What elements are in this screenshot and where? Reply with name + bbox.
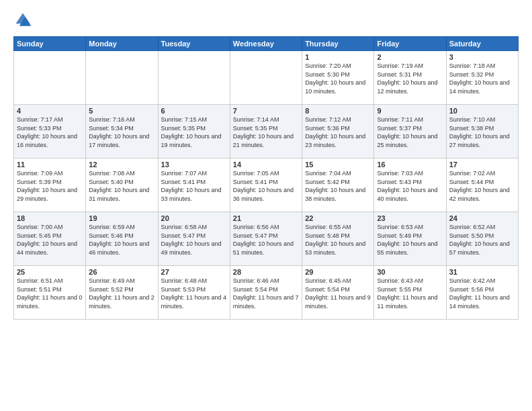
calendar-empty-cell <box>14 51 86 105</box>
day-number: 30 <box>377 268 443 276</box>
day-number: 26 <box>89 268 154 276</box>
calendar-day-25: 25Sunrise: 6:51 AM Sunset: 5:51 PM Dayli… <box>14 266 86 320</box>
day-number: 19 <box>89 214 154 222</box>
calendar-empty-cell <box>86 51 158 105</box>
day-number: 3 <box>449 53 515 61</box>
weekday-header-row: SundayMondayTuesdayWednesdayThursdayFrid… <box>14 37 519 51</box>
calendar-day-22: 22Sunrise: 6:55 AM Sunset: 5:48 PM Dayli… <box>302 212 374 266</box>
calendar-day-15: 15Sunrise: 7:04 AM Sunset: 5:42 PM Dayli… <box>302 158 374 212</box>
day-number: 20 <box>161 214 227 222</box>
calendar-week-row: 4Sunrise: 7:17 AM Sunset: 5:33 PM Daylig… <box>14 105 519 158</box>
day-number: 28 <box>233 268 299 276</box>
day-info: Sunrise: 6:48 AM Sunset: 5:53 PM Dayligh… <box>161 277 227 310</box>
day-info: Sunrise: 6:43 AM Sunset: 5:55 PM Dayligh… <box>377 277 443 310</box>
day-number: 12 <box>89 161 154 169</box>
calendar-day-31: 31Sunrise: 6:42 AM Sunset: 5:56 PM Dayli… <box>446 266 518 320</box>
day-info: Sunrise: 7:19 AM Sunset: 5:31 PM Dayligh… <box>377 62 443 95</box>
day-number: 2 <box>377 53 443 61</box>
day-info: Sunrise: 7:05 AM Sunset: 5:41 PM Dayligh… <box>233 169 299 203</box>
calendar-empty-cell <box>158 51 230 105</box>
calendar-week-row: 1Sunrise: 7:20 AM Sunset: 5:30 PM Daylig… <box>14 51 519 105</box>
day-info: Sunrise: 6:51 AM Sunset: 5:51 PM Dayligh… <box>17 277 83 310</box>
calendar-day-29: 29Sunrise: 6:45 AM Sunset: 5:54 PM Dayli… <box>302 266 374 320</box>
weekday-header-saturday: Saturday <box>446 37 518 51</box>
day-number: 16 <box>377 161 443 169</box>
calendar-day-27: 27Sunrise: 6:48 AM Sunset: 5:53 PM Dayli… <box>158 266 230 320</box>
day-info: Sunrise: 7:17 AM Sunset: 5:33 PM Dayligh… <box>17 116 83 149</box>
page-header <box>13 11 519 30</box>
day-number: 7 <box>233 107 299 115</box>
day-info: Sunrise: 7:10 AM Sunset: 5:38 PM Dayligh… <box>449 116 515 149</box>
day-info: Sunrise: 6:59 AM Sunset: 5:46 PM Dayligh… <box>89 223 154 257</box>
day-info: Sunrise: 7:15 AM Sunset: 5:35 PM Dayligh… <box>161 116 227 149</box>
day-number: 21 <box>233 214 299 222</box>
calendar-day-5: 5Sunrise: 7:16 AM Sunset: 5:34 PM Daylig… <box>86 105 158 158</box>
day-number: 29 <box>305 268 371 276</box>
day-info: Sunrise: 7:04 AM Sunset: 5:42 PM Dayligh… <box>305 169 371 203</box>
weekday-header-sunday: Sunday <box>14 37 86 51</box>
calendar-table: SundayMondayTuesdayWednesdayThursdayFrid… <box>13 36 519 320</box>
day-info: Sunrise: 7:18 AM Sunset: 5:32 PM Dayligh… <box>449 62 515 95</box>
calendar-day-14: 14Sunrise: 7:05 AM Sunset: 5:41 PM Dayli… <box>230 158 302 212</box>
logo-icon <box>13 11 32 30</box>
day-number: 8 <box>305 107 371 115</box>
calendar-day-28: 28Sunrise: 6:46 AM Sunset: 5:54 PM Dayli… <box>230 266 302 320</box>
calendar-week-row: 18Sunrise: 7:00 AM Sunset: 5:45 PM Dayli… <box>14 212 519 266</box>
day-info: Sunrise: 7:16 AM Sunset: 5:34 PM Dayligh… <box>89 116 154 149</box>
logo <box>13 11 35 30</box>
day-number: 4 <box>17 107 83 115</box>
day-number: 11 <box>17 161 83 169</box>
calendar-day-9: 9Sunrise: 7:11 AM Sunset: 5:37 PM Daylig… <box>374 105 446 158</box>
day-info: Sunrise: 7:03 AM Sunset: 5:43 PM Dayligh… <box>377 169 443 203</box>
day-info: Sunrise: 7:20 AM Sunset: 5:30 PM Dayligh… <box>305 62 371 95</box>
day-info: Sunrise: 7:12 AM Sunset: 5:36 PM Dayligh… <box>305 116 371 149</box>
day-info: Sunrise: 7:00 AM Sunset: 5:45 PM Dayligh… <box>17 223 83 257</box>
day-number: 13 <box>161 161 227 169</box>
calendar-day-8: 8Sunrise: 7:12 AM Sunset: 5:36 PM Daylig… <box>302 105 374 158</box>
calendar-day-10: 10Sunrise: 7:10 AM Sunset: 5:38 PM Dayli… <box>446 105 518 158</box>
day-number: 17 <box>449 161 515 169</box>
day-number: 31 <box>449 268 515 276</box>
day-info: Sunrise: 7:09 AM Sunset: 5:39 PM Dayligh… <box>17 169 83 203</box>
day-info: Sunrise: 6:55 AM Sunset: 5:48 PM Dayligh… <box>305 223 371 257</box>
calendar-day-12: 12Sunrise: 7:08 AM Sunset: 5:40 PM Dayli… <box>86 158 158 212</box>
day-number: 22 <box>305 214 371 222</box>
calendar-day-18: 18Sunrise: 7:00 AM Sunset: 5:45 PM Dayli… <box>14 212 86 266</box>
day-info: Sunrise: 7:08 AM Sunset: 5:40 PM Dayligh… <box>89 169 154 203</box>
calendar-day-17: 17Sunrise: 7:02 AM Sunset: 5:44 PM Dayli… <box>446 158 518 212</box>
calendar-day-30: 30Sunrise: 6:43 AM Sunset: 5:55 PM Dayli… <box>374 266 446 320</box>
page-container: SundayMondayTuesdayWednesdayThursdayFrid… <box>0 0 532 326</box>
day-number: 9 <box>377 107 443 115</box>
calendar-day-16: 16Sunrise: 7:03 AM Sunset: 5:43 PM Dayli… <box>374 158 446 212</box>
weekday-header-friday: Friday <box>374 37 446 51</box>
day-info: Sunrise: 6:49 AM Sunset: 5:52 PM Dayligh… <box>89 277 154 310</box>
day-info: Sunrise: 7:11 AM Sunset: 5:37 PM Dayligh… <box>377 116 443 149</box>
day-number: 18 <box>17 214 83 222</box>
calendar-day-24: 24Sunrise: 6:52 AM Sunset: 5:50 PM Dayli… <box>446 212 518 266</box>
day-number: 5 <box>89 107 154 115</box>
day-info: Sunrise: 6:45 AM Sunset: 5:54 PM Dayligh… <box>305 277 371 310</box>
calendar-empty-cell <box>230 51 302 105</box>
calendar-day-26: 26Sunrise: 6:49 AM Sunset: 5:52 PM Dayli… <box>86 266 158 320</box>
day-number: 25 <box>17 268 83 276</box>
weekday-header-thursday: Thursday <box>302 37 374 51</box>
day-number: 24 <box>449 214 515 222</box>
day-info: Sunrise: 6:52 AM Sunset: 5:50 PM Dayligh… <box>449 223 515 257</box>
day-number: 6 <box>161 107 227 115</box>
day-info: Sunrise: 6:53 AM Sunset: 5:49 PM Dayligh… <box>377 223 443 257</box>
day-info: Sunrise: 6:56 AM Sunset: 5:47 PM Dayligh… <box>233 223 299 257</box>
calendar-day-1: 1Sunrise: 7:20 AM Sunset: 5:30 PM Daylig… <box>302 51 374 105</box>
day-number: 10 <box>449 107 515 115</box>
calendar-day-4: 4Sunrise: 7:17 AM Sunset: 5:33 PM Daylig… <box>14 105 86 158</box>
day-info: Sunrise: 6:42 AM Sunset: 5:56 PM Dayligh… <box>449 277 515 310</box>
calendar-day-23: 23Sunrise: 6:53 AM Sunset: 5:49 PM Dayli… <box>374 212 446 266</box>
day-number: 23 <box>377 214 443 222</box>
day-info: Sunrise: 7:07 AM Sunset: 5:41 PM Dayligh… <box>161 169 227 203</box>
calendar-week-row: 25Sunrise: 6:51 AM Sunset: 5:51 PM Dayli… <box>14 266 519 320</box>
calendar-week-row: 11Sunrise: 7:09 AM Sunset: 5:39 PM Dayli… <box>14 158 519 212</box>
calendar-day-20: 20Sunrise: 6:58 AM Sunset: 5:47 PM Dayli… <box>158 212 230 266</box>
calendar-day-2: 2Sunrise: 7:19 AM Sunset: 5:31 PM Daylig… <box>374 51 446 105</box>
calendar-day-19: 19Sunrise: 6:59 AM Sunset: 5:46 PM Dayli… <box>86 212 158 266</box>
day-number: 15 <box>305 161 371 169</box>
day-number: 1 <box>305 53 371 61</box>
